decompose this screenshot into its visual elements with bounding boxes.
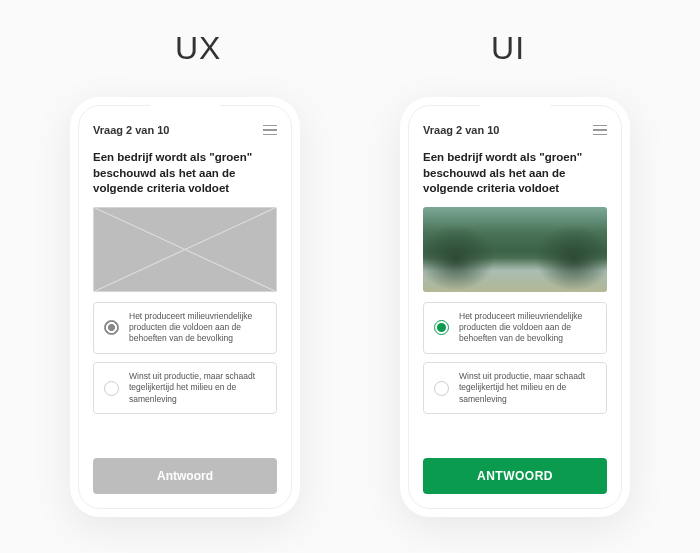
ui-phone: Vraag 2 van 10 Een bedrijf wordt als "gr… <box>400 97 630 517</box>
progress-indicator: Vraag 2 van 10 <box>423 124 499 136</box>
button-row: Antwoord <box>79 446 291 508</box>
radio-empty-icon <box>434 381 449 396</box>
options-list: Het produceert milieuvriendelijke produc… <box>409 302 621 446</box>
answer-option[interactable]: Winst uit productie, maar schaadt tegeli… <box>423 362 607 414</box>
radio-empty-icon <box>104 381 119 396</box>
options-list: Het produceert milieuvriendelijke produc… <box>79 302 291 446</box>
answer-option[interactable]: Winst uit productie, maar schaadt tegeli… <box>93 362 277 414</box>
ux-phone: Vraag 2 van 10 Een bedrijf wordt als "gr… <box>70 97 300 517</box>
option-label: Winst uit productie, maar schaadt tegeli… <box>129 371 266 405</box>
phone-notch <box>480 105 550 119</box>
ux-title: UX <box>175 30 221 67</box>
button-row: ANTWOORD <box>409 446 621 508</box>
answer-button[interactable]: ANTWOORD <box>423 458 607 494</box>
question-image <box>423 207 607 292</box>
ui-screen: Vraag 2 van 10 Een bedrijf wordt als "gr… <box>408 105 622 509</box>
image-placeholder <box>93 207 277 292</box>
option-label: Winst uit productie, maar schaadt tegeli… <box>459 371 596 405</box>
answer-option[interactable]: Het produceert milieuvriendelijke produc… <box>93 302 277 354</box>
question-text: Een bedrijf wordt als "groen" beschouwd … <box>409 144 621 207</box>
radio-selected-icon <box>434 320 449 335</box>
ux-screen: Vraag 2 van 10 Een bedrijf wordt als "gr… <box>78 105 292 509</box>
question-text: Een bedrijf wordt als "groen" beschouwd … <box>79 144 291 207</box>
hamburger-menu-icon[interactable] <box>593 125 607 136</box>
option-label: Het produceert milieuvriendelijke produc… <box>459 311 596 345</box>
phone-notch <box>150 105 220 119</box>
hamburger-menu-icon[interactable] <box>263 125 277 136</box>
ui-title: UI <box>491 30 525 67</box>
option-label: Het produceert milieuvriendelijke produc… <box>129 311 266 345</box>
answer-option[interactable]: Het produceert milieuvriendelijke produc… <box>423 302 607 354</box>
progress-indicator: Vraag 2 van 10 <box>93 124 169 136</box>
answer-button[interactable]: Antwoord <box>93 458 277 494</box>
radio-selected-icon <box>104 320 119 335</box>
